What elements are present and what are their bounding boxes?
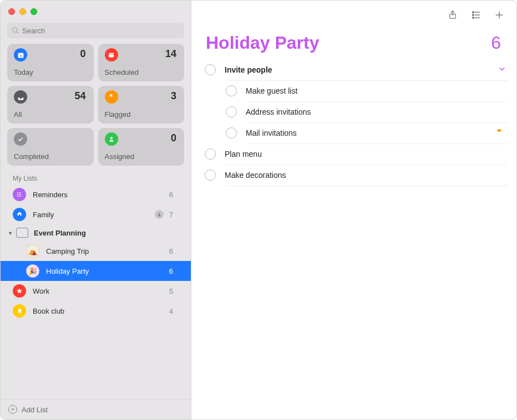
smart-list-all[interactable]: 54 All [7,86,94,124]
smart-list-today[interactable]: 3 0 Today [7,44,94,81]
svg-rect-5 [109,53,114,57]
add-list-button[interactable]: + Add List [1,399,191,419]
reminder-title: Address invitations [246,107,508,116]
list-count: 4 [169,307,179,315]
svg-rect-13 [19,196,22,196]
smart-list-count: 54 [74,90,85,102]
svg-text:3: 3 [19,54,21,57]
view-options-button[interactable] [465,7,486,23]
list-name: Book club [33,307,169,315]
smart-list-count: 0 [80,48,85,60]
add-list-label: Add List [22,406,48,414]
minimize-window-button[interactable] [19,8,26,15]
reminder-item[interactable]: Plan menu [201,144,508,165]
party-emoji-icon: 🎉 [26,264,39,278]
plus-icon [494,10,504,20]
smart-lists-grid: 3 0 Today 14 Scheduled 54 All [1,44,191,170]
share-button[interactable] [442,7,463,23]
group-name: Event Planning [34,229,185,237]
smart-list-flagged[interactable]: 3 Flagged [98,86,185,124]
search-input[interactable] [22,27,180,35]
chevron-down-icon [498,65,506,73]
flag-icon [495,128,504,138]
svg-rect-11 [19,194,22,194]
completion-checkbox[interactable] [226,85,237,96]
new-reminder-button[interactable] [489,7,510,23]
list-name: Camping Trip [46,247,169,255]
inbox-icon [14,90,27,104]
bookmark-icon [13,304,26,317]
smart-list-label: Flagged [105,110,131,119]
person-icon [105,132,118,146]
share-icon [448,10,458,20]
tent-emoji-icon: ⛺ [26,244,39,258]
sidebar-list-family[interactable]: Family 7 [1,204,191,224]
reminder-title: Mail invitations [246,129,495,137]
list-count: 5 [169,287,179,295]
completion-checkbox[interactable] [205,64,216,75]
section-header: My Lists [1,171,191,185]
page-title: Holiday Party [206,33,320,53]
plus-circle-icon: + [8,405,17,414]
zoom-window-button[interactable] [31,8,37,15]
reminder-item[interactable]: Make decorations [201,165,508,186]
list-name: Holiday Party [46,267,169,275]
smart-list-label: Assigned [105,152,134,161]
window-controls [1,1,191,19]
toolbar [191,1,516,29]
sidebar-list-reminders[interactable]: Reminders 6 [1,185,191,204]
list-count: 7 [169,211,179,219]
svg-point-0 [13,28,17,32]
checkmark-icon [14,132,27,146]
reminder-title: Make decorations [225,171,508,180]
reminder-item[interactable]: Address invitations [201,102,508,122]
smart-list-label: Today [14,68,33,76]
star-icon [13,284,26,298]
svg-point-7 [110,137,112,139]
list-settings-icon [470,9,481,21]
svg-line-1 [17,32,18,33]
list-count: 6 [169,247,179,255]
smart-list-count: 3 [171,90,176,102]
sidebar-list-work[interactable]: Work 5 [1,281,191,301]
smart-list-label: Scheduled [105,68,139,76]
list-count: 6 [169,267,179,275]
svg-point-17 [473,12,474,13]
completion-checkbox[interactable] [226,106,237,117]
completion-checkbox[interactable] [226,127,237,139]
list-bullet-icon [13,188,26,201]
search-container [1,19,191,44]
svg-point-8 [17,192,18,193]
smart-list-assigned[interactable]: 0 Assigned [98,128,185,166]
close-window-button[interactable] [8,8,15,15]
smart-list-label: All [14,110,22,119]
list-count: 6 [169,191,179,199]
sidebar-list-holiday-party[interactable]: 🎉 Holiday Party 6 [1,261,191,281]
list-name: Work [33,287,169,295]
sidebar-list-book-club[interactable]: Book club 4 [1,301,191,321]
reminder-title: Plan menu [225,150,508,158]
svg-marker-15 [17,288,22,293]
svg-point-19 [473,14,474,16]
smart-list-label: Completed [14,152,49,161]
list-count-large: 6 [491,33,501,53]
completion-checkbox[interactable] [205,170,216,181]
app-window: 3 0 Today 14 Scheduled 54 All [0,0,517,420]
smart-list-count: 0 [171,132,176,144]
svg-point-10 [17,194,18,195]
reminder-item[interactable]: Mail invitations [201,123,508,144]
smart-list-scheduled[interactable]: 14 Scheduled [98,44,185,81]
smart-list-completed[interactable]: Completed [7,128,94,166]
sidebar-list-camping-trip[interactable]: ⛺ Camping Trip 6 [1,241,191,261]
main-content: Holiday Party 6 Invite people Make guest… [191,1,516,419]
list-header: Holiday Party 6 [191,29,516,59]
reminder-item[interactable]: Invite people [201,60,508,80]
completion-checkbox[interactable] [205,148,216,160]
my-lists-section: My Lists Reminders 6 Family 7 ▾ [1,170,191,399]
disclosure-button[interactable] [496,65,508,75]
reminder-item[interactable]: Make guest list [201,81,508,101]
search-field[interactable] [7,23,184,38]
sidebar-group-event-planning[interactable]: ▾ Event Planning [1,224,191,241]
reminders-list: Invite people Make guest list Address in… [191,59,516,186]
divider [226,186,508,186]
